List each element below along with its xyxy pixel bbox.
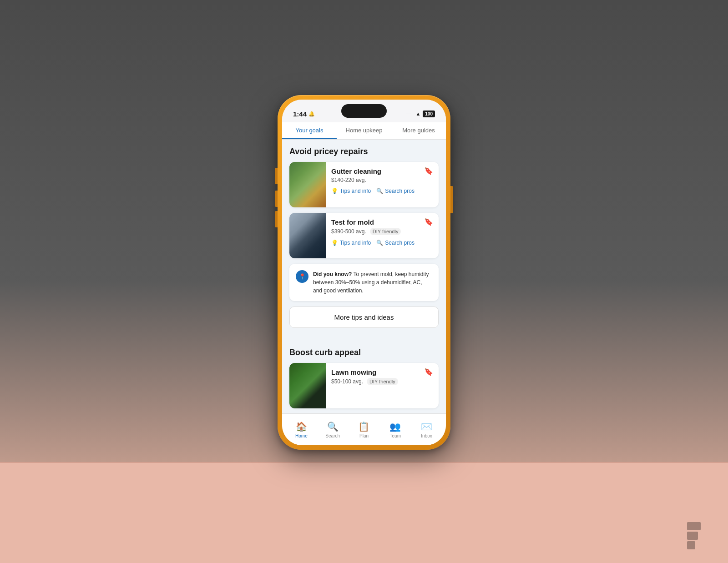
status-bar: 1:44 🔔 ···· ▲ 100 [282, 100, 446, 122]
image-lawn [289, 363, 326, 408]
carrier-dots: ···· [406, 112, 414, 116]
search-pros-mold[interactable]: 🔍 Search pros [376, 240, 415, 246]
home-icon: 🏠 [296, 421, 307, 432]
scene: 1:44 🔔 ···· ▲ 100 Your goals [0, 0, 728, 563]
info-lawn: Lawn mowing $50-100 avg. DIY friendly [326, 363, 439, 408]
diy-badge-lawn: DIY friendly [367, 378, 398, 385]
search-pros-gutter[interactable]: 🔍 Search pros [376, 188, 415, 194]
phone-case: 1:44 🔔 ···· ▲ 100 Your goals [278, 95, 450, 450]
bookmark-icon-lawn: 🔖 [424, 368, 433, 376]
section-boost-curb: Boost curb appeal Lawn mowing [282, 341, 446, 413]
price-mold: $390-500 avg. [331, 228, 366, 235]
actions-gutter: 💡 Tips and info 🔍 Search pros [331, 188, 433, 194]
section-title-avoid: Avoid pricey repairs [289, 147, 439, 156]
lightbulb-icon: 💡 [331, 188, 338, 194]
price-lawn: $50-100 avg. [331, 378, 363, 385]
wifi-icon: ▲ [415, 111, 420, 116]
team-label: Team [390, 433, 401, 438]
price-gutter: $140-220 avg. [331, 177, 366, 183]
tip-pin-icon: 📍 [296, 270, 308, 283]
bookmark-icon-mold: 🔖 [424, 218, 433, 226]
bell-icon: 🔔 [308, 111, 315, 117]
phone-wrapper: 1:44 🔔 ···· ▲ 100 Your goals [278, 95, 450, 450]
plan-label: Plan [359, 433, 369, 438]
image-gutter [289, 162, 326, 207]
team-icon: 👥 [389, 421, 401, 432]
tip-text-content: Did you know? To prevent mold, keep humi… [313, 270, 432, 295]
tab-your-goals[interactable]: Your goals [282, 122, 337, 139]
plan-icon: 📋 [358, 421, 369, 432]
diy-badge-mold: DIY friendly [370, 228, 401, 235]
search-nav-icon: 🔍 [327, 421, 339, 432]
title-mold: Test for mold [331, 218, 433, 226]
nav-home[interactable]: 🏠 Home [286, 421, 317, 438]
title-lawn: Lawn mowing [331, 368, 433, 376]
card-gutter-cleaning: Gutter cleaning $140-220 avg. 💡 Tips and… [289, 162, 439, 207]
tips-info-mold[interactable]: 💡 Tips and info [331, 240, 371, 246]
bottom-navigation: 🏠 Home 🔍 Search 📋 Plan 👥 [282, 413, 446, 445]
section-title-curb: Boost curb appeal [289, 348, 439, 357]
nav-plan[interactable]: 📋 Plan [349, 421, 380, 438]
meta-mold: $390-500 avg. DIY friendly [331, 228, 433, 235]
status-right: ···· ▲ 100 [406, 111, 435, 117]
meta-gutter: $140-220 avg. [331, 177, 433, 183]
status-time: 1:44 🔔 [293, 110, 315, 118]
actions-mold: 💡 Tips and info 🔍 Search pros [331, 240, 433, 246]
card-lawn-mowing: Lawn mowing $50-100 avg. DIY friendly 🔖 [289, 363, 439, 408]
nav-inbox[interactable]: ✉️ Inbox [411, 421, 442, 438]
watermark [687, 522, 701, 549]
bookmark-icon-gutter: 🔖 [424, 167, 433, 175]
tab-more-guides[interactable]: More guides [391, 122, 446, 139]
phone-screen: 1:44 🔔 ···· ▲ 100 Your goals [282, 100, 446, 445]
image-mold [289, 213, 326, 258]
card-test-mold: Test for mold $390-500 avg. DIY friendly… [289, 213, 439, 258]
title-gutter: Gutter cleaning [331, 167, 433, 175]
lightbulb-icon-mold: 💡 [331, 240, 338, 246]
tip-bold: Did you know? [313, 271, 352, 277]
tip-card-mold: 📍 Did you know? To prevent mold, keep hu… [289, 264, 439, 301]
home-label: Home [295, 433, 308, 438]
nav-team[interactable]: 👥 Team [379, 421, 411, 438]
more-tips-button[interactable]: More tips and ideas [289, 307, 439, 328]
meta-lawn: $50-100 avg. DIY friendly [331, 378, 433, 385]
search-icon-mold: 🔍 [376, 240, 383, 246]
tab-home-upkeep[interactable]: Home upkeep [337, 122, 391, 139]
dynamic-island [341, 104, 387, 118]
section-avoid-pricey-repairs: Avoid pricey repairs Gutter cleaning [282, 140, 446, 341]
info-gutter: Gutter cleaning $140-220 avg. 💡 Tips and… [326, 162, 439, 207]
bookmark-gutter[interactable]: 🔖 [424, 166, 433, 175]
app-content[interactable]: Avoid pricey repairs Gutter cleaning [282, 140, 446, 413]
search-label: Search [325, 433, 340, 438]
tab-navigation: Your goals Home upkeep More guides [282, 122, 446, 140]
inbox-icon: ✉️ [421, 421, 432, 432]
inbox-label: Inbox [421, 433, 432, 438]
nav-search[interactable]: 🔍 Search [317, 421, 349, 438]
bookmark-lawn[interactable]: 🔖 [424, 367, 433, 376]
time-display: 1:44 [293, 110, 307, 118]
search-icon: 🔍 [376, 188, 383, 194]
tips-info-gutter[interactable]: 💡 Tips and info [331, 188, 371, 194]
battery-indicator: 100 [423, 111, 435, 117]
info-mold: Test for mold $390-500 avg. DIY friendly… [326, 213, 439, 258]
bookmark-mold[interactable]: 🔖 [424, 217, 433, 226]
